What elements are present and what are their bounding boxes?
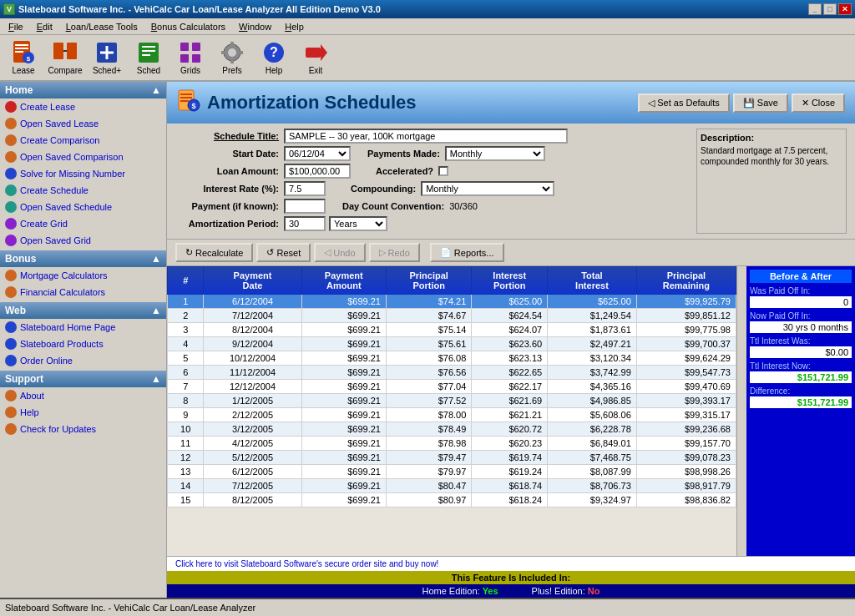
reports-button[interactable]: 📄 Reports... (430, 243, 504, 262)
svg-rect-1 (15, 44, 28, 46)
sidebar-item-open-saved-lease[interactable]: Open Saved Lease (0, 115, 166, 132)
status-bar: Slateboard Software Inc. - VehiCalc Car … (0, 598, 855, 616)
grids-icon (177, 39, 204, 66)
table-row[interactable]: 16/12/2004$699.21$74.21$625.00$625.00$99… (168, 295, 736, 309)
interest-rate-input[interactable] (284, 181, 326, 196)
sidebar-item-create-grid[interactable]: Create Grid (0, 215, 166, 232)
create-lease-dot (5, 101, 17, 113)
sidebar-item-create-lease[interactable]: Create Lease (0, 98, 166, 115)
maximize-button[interactable]: □ (823, 3, 837, 15)
menu-help[interactable]: Help (278, 20, 311, 33)
table-row[interactable]: 158/12/2005$699.21$80.97$618.24$9,324.97… (168, 493, 736, 507)
menu-loan-lease-tools[interactable]: Loan/Lease Tools (59, 20, 144, 33)
compounding-select[interactable]: Monthly (421, 181, 554, 196)
sidebar-item-check-updates[interactable]: Check for Updates (0, 421, 166, 437)
sidebar-item-slateboard-home[interactable]: Slateboard Home Page (0, 319, 166, 336)
toolbar-help[interactable]: ? Help (254, 37, 294, 78)
sidebar-home-header[interactable]: Home ▲ (0, 82, 166, 98)
amortization-period-input[interactable] (284, 216, 326, 231)
table-row[interactable]: 38/12/2004$699.21$75.14$624.07$1,873.61$… (168, 323, 736, 337)
toolbar-lease[interactable]: $ Lease (3, 37, 43, 78)
window-close-button[interactable]: ✕ (838, 3, 852, 15)
sidebar-item-help[interactable]: Help (0, 404, 166, 421)
sidebar-item-create-comparison[interactable]: Create Comparison (0, 132, 166, 149)
feature-bar: This Feature Is Included In: (167, 571, 855, 584)
svg-rect-32 (180, 97, 192, 98)
before-after-panel: Before & After Was Paid Off In: 0 Now Pa… (746, 266, 855, 556)
sidebar-item-open-saved-schedule[interactable]: Open Saved Schedule (0, 199, 166, 215)
svg-text:$: $ (191, 102, 195, 110)
table-row[interactable]: 136/12/2005$699.21$79.97$619.24$8,087.99… (168, 465, 736, 479)
reset-button[interactable]: ↺ Reset (256, 243, 311, 262)
minimize-button[interactable]: _ (808, 3, 822, 15)
payment-input[interactable] (284, 199, 326, 214)
menu-window[interactable]: Window (232, 20, 278, 33)
save-button[interactable]: 💾 Save (733, 93, 788, 113)
bottom-link[interactable]: Click here to visit Slateboard Software'… (167, 557, 855, 571)
sidebar-item-slateboard-products[interactable]: Slateboard Products (0, 336, 166, 352)
table-row[interactable]: 712/12/2004$699.21$77.04$622.17$4,365.16… (168, 380, 736, 394)
sidebar-web-header[interactable]: Web ▲ (0, 302, 166, 319)
menu-bonus-calculators[interactable]: Bonus Calculators (144, 20, 232, 33)
menu-file[interactable]: File (2, 20, 30, 33)
table-row[interactable]: 81/12/2005$699.21$77.52$621.69$4,986.85$… (168, 394, 736, 408)
create-comparison-dot (5, 134, 17, 146)
table-row[interactable]: 103/12/2005$699.21$78.49$620.72$6,228.78… (168, 422, 736, 437)
menu-edit[interactable]: Edit (30, 20, 59, 33)
sidebar-item-open-saved-comparison[interactable]: Open Saved Comparison (0, 149, 166, 165)
now-paid-off-label: Now Paid Off In: (750, 311, 852, 321)
svg-rect-18 (180, 54, 189, 63)
amortization-header: $ Amortization Schedules ◁ Set as Defaul… (167, 82, 855, 124)
day-count-value: 30/360 (449, 201, 478, 211)
toolbar-grids[interactable]: Grids (170, 37, 210, 78)
toolbar-prefs[interactable]: Prefs (212, 37, 252, 78)
redo-button[interactable]: ▷ Redo (369, 243, 420, 262)
sidebar-support-header[interactable]: Support ▲ (0, 371, 166, 387)
svg-text:?: ? (270, 45, 278, 59)
col-header-interest-portion: InterestPortion (472, 267, 548, 295)
table-row[interactable]: 611/12/2004$699.21$76.56$622.65$3,742.99… (168, 366, 736, 380)
sidebar-item-about[interactable]: About (0, 387, 166, 404)
compounding-label: Compounding: (351, 184, 416, 194)
schedule-title-input[interactable] (284, 129, 568, 144)
toolbar-compare[interactable]: Compare (45, 37, 85, 78)
toolbar-exit[interactable]: Exit (296, 37, 336, 78)
bottom-bar: Click here to visit Slateboard Software'… (167, 556, 855, 598)
loan-amount-label: Loan Amount: (175, 166, 284, 176)
sidebar-item-order-online[interactable]: Order Online (0, 352, 166, 369)
order-online-dot (5, 355, 17, 366)
sidebar-item-mortgage-calculators[interactable]: Mortgage Calculators (0, 267, 166, 284)
amortization-table-area[interactable]: # PaymentDate PaymentAmount PrincipalPor… (167, 266, 736, 556)
svg-rect-14 (142, 50, 155, 52)
table-row[interactable]: 147/12/2005$699.21$80.47$618.74$8,706.73… (168, 479, 736, 493)
loan-amount-input[interactable] (284, 164, 351, 179)
toolbar-schedplus[interactable]: Sched+ (87, 37, 127, 78)
recalculate-button[interactable]: ↻ Recalculate (175, 243, 253, 262)
accelerated-checkbox[interactable] (438, 166, 448, 176)
svg-rect-33 (180, 100, 189, 102)
undo-icon: ◁ (324, 247, 331, 258)
amortization-period-unit-select[interactable]: Years (329, 216, 387, 231)
table-row[interactable]: 49/12/2004$699.21$75.61$623.60$2,497.21$… (168, 337, 736, 351)
set-defaults-button[interactable]: ◁ Set as Defaults (638, 93, 730, 113)
undo-button[interactable]: ◁ Undo (314, 243, 365, 262)
sidebar-item-solve-missing[interactable]: Solve for Missing Number (0, 165, 166, 182)
amortization-icon: $ (177, 88, 200, 117)
start-date-select[interactable]: 06/12/04 (284, 146, 351, 161)
sidebar-item-create-schedule[interactable]: Create Schedule (0, 182, 166, 199)
sidebar-item-financial-calculators[interactable]: Financial Calculators (0, 284, 166, 300)
help-dot (5, 406, 17, 418)
table-row[interactable]: 27/12/2004$699.21$74.67$624.54$1,249.54$… (168, 309, 736, 323)
table-scrollbar[interactable] (736, 266, 746, 556)
description-label: Description: (701, 133, 842, 143)
table-row[interactable]: 510/12/2004$699.21$76.08$623.13$3,120.34… (168, 351, 736, 366)
toolbar-sched[interactable]: Sched (129, 37, 169, 78)
table-row[interactable]: 114/12/2005$699.21$78.98$620.23$6,849.01… (168, 437, 736, 451)
sidebar: Home ▲ Create Lease Open Saved Lease Cre… (0, 82, 167, 598)
close-button[interactable]: ✕ Close (792, 93, 845, 113)
table-row[interactable]: 125/12/2005$699.21$79.47$619.74$7,468.75… (168, 451, 736, 465)
sidebar-bonus-header[interactable]: Bonus ▲ (0, 250, 166, 267)
sidebar-item-open-saved-grid[interactable]: Open Saved Grid (0, 232, 166, 249)
payments-made-select[interactable]: Monthly (445, 146, 545, 161)
table-row[interactable]: 92/12/2005$699.21$78.00$621.21$5,608.06$… (168, 408, 736, 422)
